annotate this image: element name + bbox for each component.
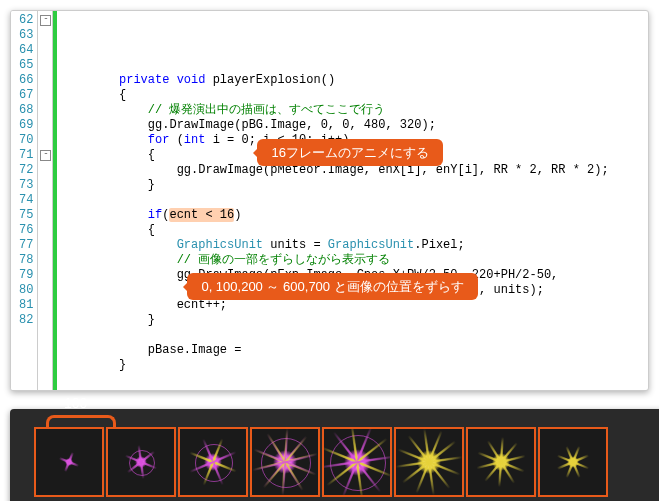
sprite-sheet-panel: 100 0100200300400500600700 — [10, 409, 659, 501]
fold-markers: -- — [38, 11, 53, 390]
sprite-frame — [466, 427, 536, 497]
fold-toggle[interactable]: - — [40, 150, 51, 161]
fold-toggle[interactable]: - — [40, 15, 51, 26]
sprite-frame — [250, 427, 320, 497]
callout-image-offset: 0, 100,200 ～ 600,700 と画像の位置をずらす — [187, 273, 477, 300]
sprite-frame — [322, 427, 392, 497]
sprite-frame — [538, 427, 608, 497]
callout-animation-frames: 16フレームのアニメにする — [257, 139, 442, 166]
sprite-frame — [394, 427, 464, 497]
code-area: private void playerExplosion() { // 爆発演出… — [57, 11, 648, 390]
line-number-gutter: 6263646566676869707172737475767778798081… — [11, 11, 38, 390]
sprite-frame — [106, 427, 176, 497]
sprite-frame — [178, 427, 248, 497]
bracket-label: 100 — [64, 395, 87, 411]
sprite-frames — [34, 427, 659, 497]
code-editor: 6263646566676869707172737475767778798081… — [10, 10, 649, 391]
sprite-frame — [34, 427, 104, 497]
